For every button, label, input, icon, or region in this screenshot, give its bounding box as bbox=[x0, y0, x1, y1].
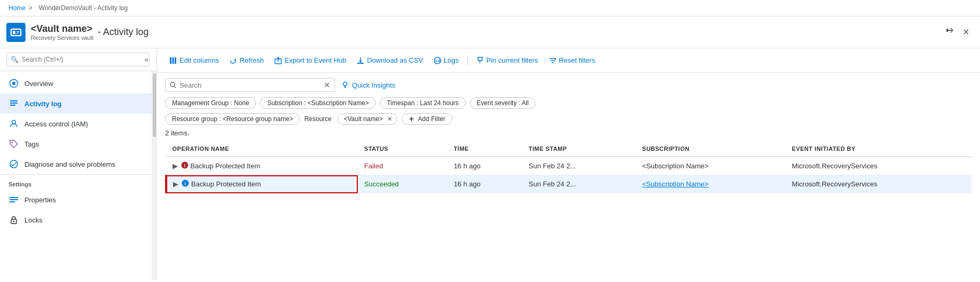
col-time: TIME bbox=[448, 141, 522, 157]
add-filter-label: Add Filter bbox=[418, 115, 445, 123]
main-layout: 🔍 « Overview bbox=[0, 48, 980, 280]
subscription-filter[interactable]: Subscription : <Subscription Name> bbox=[260, 97, 375, 109]
resource-group-filter-label: Resource group : <Resource group name> bbox=[172, 115, 293, 123]
add-filter-button[interactable]: Add Filter bbox=[401, 113, 452, 125]
export-event-hub-button[interactable]: Export to Event Hub bbox=[270, 54, 350, 67]
table-row[interactable]: ▶ ! Backup Protected Item bbox=[166, 157, 972, 175]
col-timestamp: TIME STAMP bbox=[522, 141, 636, 157]
activity-log-icon bbox=[8, 98, 19, 109]
sidebar-item-diagnose[interactable]: Diagnose and solve problems bbox=[0, 154, 152, 174]
event-severity-filter-label: Event severity : All bbox=[477, 99, 529, 107]
table-body: ▶ ! Backup Protected Item bbox=[166, 157, 972, 193]
svg-rect-20 bbox=[170, 57, 171, 64]
sidebar-search-input[interactable] bbox=[6, 53, 150, 66]
row2-operation-name-text: Backup Protected Item bbox=[191, 180, 261, 188]
breadcrumb-separator: > bbox=[29, 4, 32, 12]
sidebar-item-activity-log[interactable]: Activity log bbox=[0, 93, 152, 114]
reset-filters-button[interactable]: Reset filters bbox=[545, 54, 600, 67]
search-box: ✕ bbox=[165, 78, 335, 92]
resource-tag-remove[interactable]: ✕ bbox=[387, 115, 392, 123]
row2-time: 16 h ago bbox=[448, 175, 522, 193]
row1-time: 16 h ago bbox=[448, 157, 522, 175]
table-row[interactable]: ▶ i Backup Protected Item bbox=[166, 175, 972, 193]
svg-rect-17 bbox=[10, 201, 15, 202]
row1-event-initiated: Microsoft.RecoveryServices bbox=[786, 157, 972, 175]
download-csv-button[interactable]: Download as CSV bbox=[353, 54, 427, 67]
locks-icon bbox=[8, 215, 19, 225]
close-button[interactable]: ✕ bbox=[960, 25, 972, 39]
quick-insights-label: Quick Insights bbox=[352, 81, 396, 89]
svg-rect-22 bbox=[175, 57, 176, 64]
sidebar-item-activity-log-label: Activity log bbox=[24, 100, 62, 108]
sidebar: 🔍 « Overview bbox=[0, 48, 157, 280]
sidebar-item-properties[interactable]: Properties bbox=[0, 190, 152, 210]
sidebar-item-locks-label: Locks bbox=[24, 216, 42, 224]
pin-button[interactable] bbox=[943, 25, 956, 40]
row2-status: Succeeded bbox=[358, 175, 448, 193]
svg-rect-3 bbox=[16, 31, 19, 32]
table-header: OPERATION NAME STATUS TIME TIME STAMP SU… bbox=[166, 141, 972, 157]
edit-columns-button[interactable]: Edit columns bbox=[165, 54, 223, 67]
edit-columns-label: Edit columns bbox=[179, 56, 219, 64]
page-title: - Activity log bbox=[98, 27, 149, 38]
diagnose-icon bbox=[8, 159, 19, 169]
quick-insights-button[interactable]: Quick Insights bbox=[341, 81, 396, 89]
svg-point-19 bbox=[13, 221, 15, 223]
sidebar-search-container: 🔍 « bbox=[0, 48, 156, 71]
svg-point-11 bbox=[12, 142, 13, 143]
breadcrumb-vault: WonderDemoVault - Activity log bbox=[39, 4, 128, 12]
row1-operation-name: ▶ ! Backup Protected Item bbox=[166, 157, 358, 175]
row2-subscription-link[interactable]: <Subscription Name> bbox=[642, 180, 709, 188]
row2-operation-name: ▶ i Backup Protected Item bbox=[166, 175, 358, 193]
resource-group-filter[interactable]: Resource group : <Resource group name> bbox=[165, 113, 300, 125]
management-group-filter[interactable]: Management Group : None bbox=[165, 97, 256, 109]
breadcrumb: Home > WonderDemoVault - Activity log bbox=[0, 0, 980, 16]
resource-filter-label: Resource bbox=[304, 115, 331, 123]
pin-filters-button[interactable]: Pin current filters bbox=[472, 54, 543, 67]
row2-timestamp: Sun Feb 24 2... bbox=[522, 175, 636, 193]
svg-text:LA: LA bbox=[435, 58, 441, 63]
svg-point-6 bbox=[12, 82, 15, 85]
row1-operation-name-text: Backup Protected Item bbox=[191, 162, 261, 170]
event-severity-filter[interactable]: Event severity : All bbox=[470, 97, 536, 109]
col-event-initiated: EVENT INITIATED BY bbox=[786, 141, 972, 157]
search-row: ✕ Quick Insights bbox=[165, 78, 972, 92]
sidebar-nav: Overview Activity log bbox=[0, 71, 152, 232]
row1-status-text: Failed bbox=[364, 162, 383, 170]
sidebar-item-locks[interactable]: Locks bbox=[0, 210, 152, 230]
col-operation-name: OPERATION NAME bbox=[166, 141, 358, 157]
download-csv-label: Download as CSV bbox=[367, 56, 423, 64]
row2-subscription: <Subscription Name> bbox=[636, 175, 786, 193]
search-clear-button[interactable]: ✕ bbox=[324, 81, 330, 89]
svg-rect-21 bbox=[173, 57, 174, 64]
properties-icon bbox=[8, 194, 19, 205]
tags-icon bbox=[8, 139, 19, 149]
svg-line-14 bbox=[13, 163, 16, 166]
sidebar-item-properties-label: Properties bbox=[24, 196, 56, 204]
sidebar-item-diagnose-label: Diagnose and solve problems bbox=[24, 160, 115, 168]
items-count: 2 items. bbox=[165, 129, 972, 137]
col-subscription: SUBSCRIPTION bbox=[636, 141, 786, 157]
row2-expand-icon[interactable]: ▶ bbox=[173, 180, 178, 188]
sidebar-item-overview[interactable]: Overview bbox=[0, 73, 152, 93]
search-box-icon bbox=[170, 82, 176, 88]
vault-icon bbox=[6, 23, 25, 42]
toolbar-separator bbox=[467, 55, 468, 66]
data-table: OPERATION NAME STATUS TIME TIME STAMP SU… bbox=[165, 141, 972, 193]
logs-button[interactable]: LA Logs bbox=[429, 54, 463, 67]
filter-tags-row1: Management Group : None Subscription : <… bbox=[165, 97, 972, 109]
sidebar-collapse-button[interactable]: « bbox=[144, 55, 149, 64]
sidebar-item-overview-label: Overview bbox=[24, 80, 53, 88]
row1-expand-icon[interactable]: ▶ bbox=[173, 162, 178, 170]
breadcrumb-home[interactable]: Home bbox=[8, 4, 25, 12]
svg-rect-16 bbox=[10, 199, 18, 200]
timespan-filter[interactable]: Timespan : Last 24 hours bbox=[380, 97, 466, 109]
sidebar-item-tags[interactable]: Tags bbox=[0, 134, 152, 154]
refresh-button[interactable]: Refresh bbox=[225, 54, 268, 67]
row2-info-icon: i bbox=[182, 180, 189, 189]
vault-name: <Vault name> bbox=[31, 23, 93, 35]
overview-icon bbox=[8, 78, 19, 89]
timespan-filter-label: Timespan : Last 24 hours bbox=[387, 99, 459, 107]
search-input[interactable] bbox=[179, 81, 324, 89]
sidebar-item-access-control[interactable]: Access control (IAM) bbox=[0, 114, 152, 134]
